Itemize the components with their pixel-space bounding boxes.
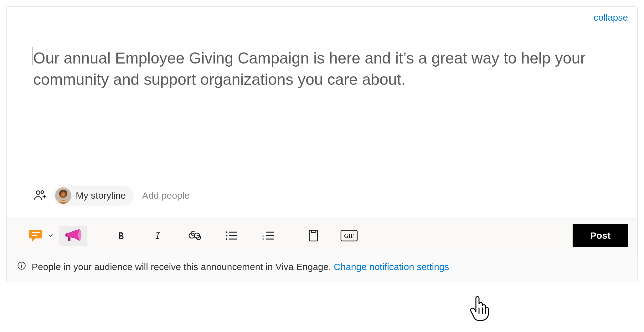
bold-button[interactable] bbox=[108, 226, 133, 246]
recipient-pill-my-storyline[interactable]: My storyline bbox=[53, 186, 134, 206]
svg-rect-7 bbox=[32, 235, 37, 236]
composer-header-row: collapse bbox=[7, 7, 637, 23]
svg-point-1 bbox=[41, 191, 44, 193]
cursor-hand-icon bbox=[468, 294, 493, 324]
svg-point-4 bbox=[60, 192, 66, 198]
recipients-row: My storyline Add people bbox=[7, 186, 637, 218]
svg-rect-10 bbox=[68, 237, 70, 241]
recipient-pill-label: My storyline bbox=[76, 190, 126, 201]
bulleted-list-button[interactable] bbox=[219, 226, 244, 246]
toolbar-left-group: 1 2 3 bbox=[16, 226, 359, 246]
collapse-link[interactable]: collapse bbox=[594, 12, 628, 23]
svg-text:GIF: GIF bbox=[344, 233, 354, 239]
svg-text:3: 3 bbox=[262, 238, 264, 241]
svg-rect-25 bbox=[266, 235, 274, 236]
svg-point-0 bbox=[36, 191, 40, 195]
svg-rect-6 bbox=[32, 232, 40, 233]
toolbar-separator bbox=[93, 226, 93, 245]
svg-line-13 bbox=[157, 233, 159, 239]
svg-point-16 bbox=[226, 232, 228, 233]
composer-text[interactable]: Our annual Employee Giving Campaign is h… bbox=[33, 48, 611, 90]
svg-point-20 bbox=[226, 238, 228, 240]
svg-rect-19 bbox=[229, 235, 237, 236]
italic-button[interactable] bbox=[145, 226, 170, 246]
info-icon bbox=[17, 261, 26, 272]
change-notification-settings-link[interactable]: Change notification settings bbox=[334, 262, 449, 272]
add-people-input[interactable]: Add people bbox=[142, 190, 190, 201]
svg-point-34 bbox=[21, 264, 22, 264]
svg-rect-21 bbox=[229, 238, 237, 239]
composer-body-area[interactable]: Our annual Employee Giving Campaign is h… bbox=[7, 23, 637, 186]
post-type-picker[interactable] bbox=[16, 226, 55, 246]
svg-rect-28 bbox=[309, 230, 317, 241]
svg-text:2: 2 bbox=[262, 234, 264, 237]
svg-point-18 bbox=[226, 235, 228, 237]
svg-rect-9 bbox=[65, 233, 67, 237]
chevron-down-icon[interactable] bbox=[46, 226, 55, 246]
svg-rect-27 bbox=[266, 238, 274, 239]
toolbar-separator bbox=[290, 226, 290, 245]
svg-rect-5 bbox=[58, 201, 68, 202]
post-composer-card: collapse Our annual Employee Giving Camp… bbox=[6, 6, 638, 282]
svg-text:1: 1 bbox=[262, 231, 264, 234]
svg-rect-29 bbox=[312, 230, 315, 232]
link-button[interactable] bbox=[182, 226, 207, 246]
add-people-icon[interactable] bbox=[33, 188, 47, 203]
discussion-type-icon[interactable] bbox=[27, 226, 45, 246]
post-button[interactable]: Post bbox=[573, 224, 628, 247]
numbered-list-button[interactable]: 1 2 3 bbox=[256, 226, 281, 246]
composer-toolbar: 1 2 3 bbox=[7, 218, 637, 253]
announcement-info-text: People in your audience will receive thi… bbox=[32, 262, 449, 272]
avatar bbox=[55, 187, 71, 204]
announcement-toggle-button[interactable] bbox=[59, 226, 87, 246]
svg-point-8 bbox=[78, 230, 81, 240]
announcement-info-bar: People in your audience will receive thi… bbox=[7, 253, 637, 282]
svg-rect-17 bbox=[229, 232, 237, 232]
gif-button[interactable]: GIF bbox=[339, 226, 359, 246]
svg-rect-23 bbox=[266, 232, 274, 232]
attach-file-button[interactable] bbox=[301, 226, 326, 246]
